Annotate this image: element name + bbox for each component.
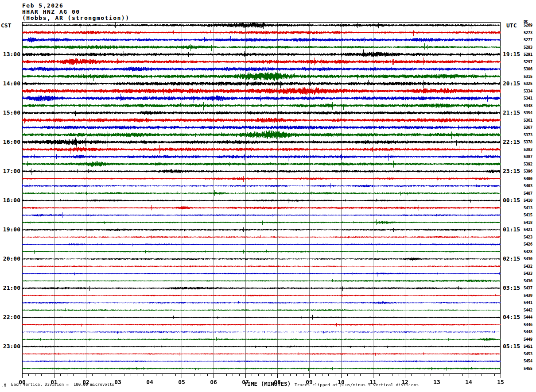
cst-hour-label: 21:00	[0, 284, 20, 291]
trace-count-value: 5361	[524, 118, 532, 123]
utc-hour-label: 04:15	[503, 314, 520, 320]
utc-hour-label: 23:15	[503, 168, 520, 174]
trace-count-value: 5291	[524, 52, 532, 57]
cst-hour-label: 20:00	[0, 255, 20, 262]
trace-count-value: 5446	[524, 323, 532, 327]
x-tick-label: 15	[496, 379, 505, 385]
trace-count-value: 5432	[524, 264, 532, 269]
trace-count-value: 5433	[524, 271, 532, 276]
cst-hour-label: 16:00	[0, 138, 20, 145]
utc-hour-label: 05:15	[503, 343, 520, 350]
x-tick-label: 03	[113, 379, 122, 385]
trace-count-value: 5415	[524, 213, 532, 217]
utc-hour-label: 20:15	[503, 80, 520, 87]
trace-count-value: 5341	[524, 96, 532, 100]
trace-count-value: 5439	[524, 293, 532, 298]
header-date: Feb 5,2026	[22, 2, 63, 9]
cst-hour-label: 18:00	[0, 197, 20, 204]
cst-hour-label: 14:00	[0, 80, 20, 87]
trace-count-value: 5418	[524, 220, 532, 225]
x-tick-label: 06	[209, 379, 218, 385]
cst-hour-label: 15:00	[0, 109, 20, 116]
trace-count-value: 5269	[524, 23, 532, 27]
trace-count-value: 5400	[524, 177, 532, 181]
trace-count-value: 5421	[524, 227, 532, 232]
utc-hour-label: 01:15	[503, 226, 520, 233]
trace-count-value: 5454	[524, 359, 532, 363]
cst-hour-label: 17:00	[0, 168, 20, 174]
trace-count-value: 5392	[524, 162, 532, 166]
trace-count-value: 5413	[524, 206, 532, 210]
trace-count-value: 5334	[524, 89, 532, 93]
trace-count-value: 5437	[524, 286, 532, 290]
vertical-division-note: Each Vertical Division = 100.00 microvol…	[11, 382, 114, 387]
clipping-note: Traces clipped at plus/minus 5 vertical …	[295, 382, 419, 387]
trace-count-value: 5277	[524, 38, 532, 42]
trace-count-value: 5407	[524, 191, 532, 196]
right-timezone-label: UTC	[506, 22, 517, 29]
trace-count-value: 5441	[524, 300, 532, 305]
cst-hour-label: 23:00	[0, 343, 20, 350]
trace-count-value: 5455	[524, 366, 532, 371]
trace-count-value: 5387	[524, 154, 532, 159]
seismogram-plot	[22, 22, 501, 380]
trace-count-value: 5451	[524, 344, 532, 349]
trace-count-value: 5442	[524, 308, 532, 312]
helicorder-page: Feb 5,2026 HHAR HNZ AG 00 (Hobbs, AR (st…	[0, 0, 536, 392]
x-tick-label: 14	[464, 379, 473, 385]
trace-count-value: 5325	[524, 81, 532, 86]
header-station-code: HHAR HNZ AG 00	[22, 8, 80, 15]
trace-count-value: 5436	[524, 279, 532, 283]
x-axis-title: TIME (MINUTES)	[244, 380, 291, 387]
trace-count-value: 5396	[524, 169, 532, 173]
utc-hour-label: 03:15	[503, 284, 520, 291]
trace-count-value: 5410	[524, 198, 532, 203]
utc-hour-label: 19:15	[503, 51, 520, 58]
trace-count-value: 5273	[524, 31, 532, 35]
cst-hour-label: 19:00	[0, 226, 20, 233]
trace-count-value: 5430	[524, 257, 532, 261]
x-tick-label: 04	[145, 379, 154, 385]
trace-count-value: 5428	[524, 250, 532, 254]
trace-count-value: 5373	[524, 133, 532, 137]
header-station-location: (Hobbs, AR (strongmotion))	[22, 15, 130, 21]
cst-hour-label: 22:00	[0, 314, 20, 320]
utc-hour-label: 21:15	[503, 109, 520, 116]
x-tick-label: 13	[432, 379, 441, 385]
cst-hour-label: 13:00	[0, 51, 20, 58]
trace-count-value: 5444	[524, 315, 532, 319]
trace-count-value: 5448	[524, 330, 532, 334]
x-tick-label: 05	[177, 379, 186, 385]
trace-count-value: 5297	[524, 60, 532, 64]
trace-count-value: 5378	[524, 140, 532, 144]
trace-count-value: 5426	[524, 242, 532, 246]
trace-count-value: 5453	[524, 352, 532, 356]
trace-count-value: 5423	[524, 235, 532, 239]
utc-hour-label: 22:15	[503, 138, 520, 145]
trace-count-value: 5403	[524, 184, 532, 188]
utc-hour-label: 00:15	[503, 197, 520, 204]
trace-count-value: 5348	[524, 104, 532, 108]
left-timezone-label: CST	[1, 22, 11, 29]
trace-count-value: 5306	[524, 67, 532, 71]
trace-count-value: 5354	[524, 111, 532, 115]
scale-marker: ,M	[2, 384, 6, 388]
trace-count-value: 5383	[524, 147, 532, 152]
utc-hour-label: 02:15	[503, 255, 520, 262]
trace-count-value: 5283	[524, 45, 532, 50]
trace-count-value: 5367	[524, 125, 532, 130]
trace-count-value: 5449	[524, 337, 532, 342]
trace-count-value: 5315	[524, 74, 532, 79]
